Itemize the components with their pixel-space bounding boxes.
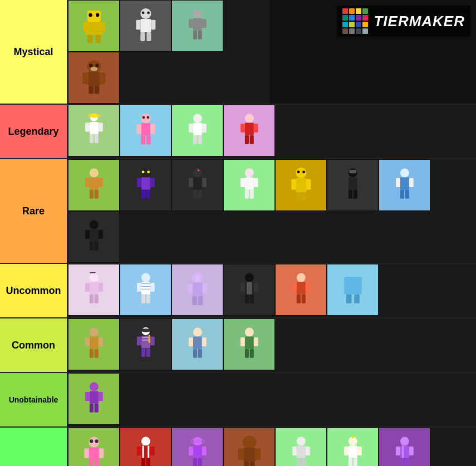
svg-rect-115 — [98, 283, 102, 292]
svg-rect-226 — [357, 447, 361, 455]
svg-rect-63 — [94, 189, 98, 198]
svg-point-194 — [90, 439, 93, 443]
svg-rect-168 — [146, 348, 150, 357]
svg-rect-53 — [245, 122, 254, 135]
svg-point-211 — [242, 436, 256, 448]
svg-point-182 — [90, 382, 99, 391]
svg-rect-19 — [202, 19, 206, 28]
list-item — [171, 159, 223, 211]
svg-rect-90 — [301, 192, 306, 201]
svg-point-120 — [141, 273, 150, 282]
svg-point-91 — [297, 170, 300, 173]
svg-rect-153 — [358, 279, 361, 287]
svg-rect-86 — [296, 178, 306, 192]
svg-rect-11 — [151, 19, 155, 30]
character-icon — [335, 272, 371, 308]
svg-rect-104 — [400, 189, 404, 198]
svg-rect-97 — [349, 189, 352, 198]
svg-rect-27 — [94, 86, 99, 94]
tiermaker-logo-text: TiERMAKER — [374, 13, 465, 30]
character-icon — [128, 113, 164, 149]
list-item — [68, 264, 120, 316]
svg-rect-114 — [85, 283, 90, 292]
svg-rect-198 — [142, 445, 144, 458]
svg-rect-47 — [193, 122, 202, 135]
svg-rect-77 — [198, 189, 202, 198]
svg-rect-158 — [90, 349, 94, 357]
svg-rect-202 — [141, 458, 145, 466]
tier-items-requiem — [68, 428, 476, 466]
svg-rect-201 — [150, 447, 154, 455]
svg-rect-25 — [99, 72, 105, 84]
character-icon — [180, 168, 215, 203]
svg-rect-169 — [148, 335, 150, 342]
svg-rect-224 — [349, 445, 357, 458]
list-item — [171, 318, 223, 370]
tier-label-legendary: Legendary — [0, 105, 68, 158]
character-icon — [335, 436, 371, 466]
svg-rect-18 — [189, 19, 193, 28]
list-item — [120, 318, 171, 370]
svg-rect-24 — [82, 72, 89, 84]
svg-point-8 — [140, 8, 151, 19]
svg-rect-84 — [249, 189, 253, 198]
character-icon — [128, 436, 164, 466]
svg-rect-82 — [253, 178, 258, 187]
svg-rect-177 — [245, 336, 254, 349]
svg-point-16 — [193, 9, 202, 18]
list-item — [68, 105, 120, 156]
svg-rect-148 — [301, 294, 305, 303]
svg-point-70 — [141, 170, 144, 173]
tier-row-legendary: Legendary — [0, 105, 476, 159]
svg-rect-133 — [192, 296, 197, 305]
svg-rect-21 — [198, 30, 202, 39]
svg-rect-236 — [405, 458, 409, 466]
list-item — [68, 159, 120, 211]
svg-rect-43 — [146, 135, 150, 144]
svg-rect-206 — [189, 447, 193, 455]
svg-rect-234 — [409, 447, 413, 455]
svg-rect-147 — [297, 294, 301, 303]
tier-label-rare: Rare — [0, 159, 68, 263]
character-icon — [76, 219, 112, 255]
svg-rect-191 — [99, 448, 104, 458]
svg-rect-1 — [85, 22, 103, 35]
svg-rect-88 — [306, 179, 311, 189]
svg-point-28 — [89, 63, 92, 67]
svg-rect-130 — [192, 283, 203, 296]
svg-rect-144 — [297, 282, 306, 294]
list-item — [275, 264, 327, 316]
character-icon — [387, 168, 423, 203]
character-icon — [76, 8, 112, 44]
list-item — [120, 428, 171, 466]
svg-rect-232 — [402, 445, 404, 458]
svg-rect-73 — [193, 177, 202, 189]
tier-row-unobtainable: Unobtainable — [0, 373, 476, 428]
svg-rect-62 — [90, 189, 94, 198]
svg-point-29 — [95, 63, 99, 67]
character-icon — [283, 168, 319, 203]
svg-rect-172 — [189, 337, 193, 346]
svg-rect-141 — [245, 294, 249, 303]
svg-rect-205 — [193, 445, 202, 458]
list-item — [120, 264, 171, 316]
svg-rect-138 — [247, 282, 252, 294]
svg-rect-12 — [140, 32, 145, 41]
character-icon — [283, 436, 319, 466]
list-item — [223, 318, 275, 370]
tier-row-rare: Rare — [0, 159, 476, 264]
svg-point-170 — [193, 327, 202, 336]
character-icon — [76, 327, 112, 362]
svg-rect-42 — [141, 135, 145, 144]
svg-rect-74 — [189, 178, 193, 187]
character-icon — [76, 60, 112, 96]
svg-rect-165 — [137, 336, 141, 345]
svg-rect-2 — [83, 22, 87, 31]
svg-rect-178 — [241, 337, 245, 346]
svg-point-32 — [87, 113, 100, 117]
svg-point-135 — [195, 276, 200, 281]
svg-rect-26 — [89, 86, 94, 94]
svg-rect-80 — [245, 177, 254, 189]
svg-rect-83 — [245, 189, 249, 198]
svg-point-196 — [141, 436, 150, 445]
